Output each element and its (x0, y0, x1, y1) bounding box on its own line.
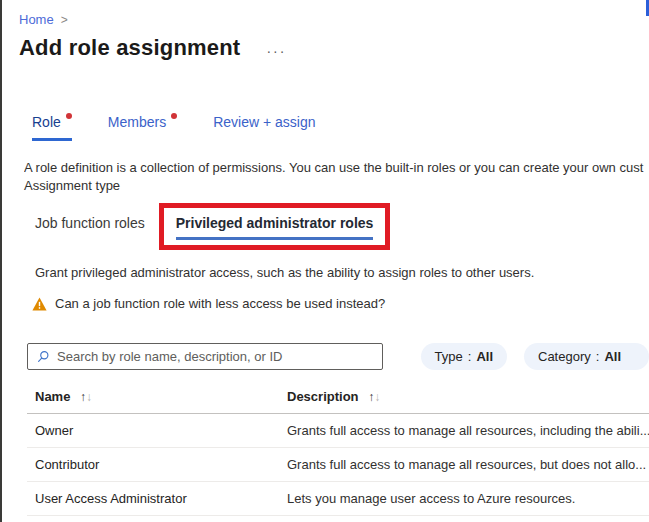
column-header-name[interactable]: Name ↑↓ (35, 389, 287, 404)
tab-members-label: Members (108, 114, 166, 130)
selected-pivot-underline (176, 237, 374, 240)
table-row-contributor[interactable]: Contributor Grants full access to manage… (27, 448, 649, 482)
required-dot (171, 113, 177, 119)
breadcrumb: Home > (19, 12, 649, 27)
tab-review-assign-label: Review + assign (213, 114, 315, 130)
role-description-cell: Grants full access to manage all resourc… (287, 457, 649, 472)
table-row-user-access-administrator[interactable]: User Access Administrator Lets you manag… (27, 482, 649, 516)
type-filter-label: Type (435, 349, 463, 364)
breadcrumb-home-link[interactable]: Home (19, 12, 54, 27)
role-name-cell: Owner (35, 423, 287, 438)
category-filter-value: All (604, 349, 621, 364)
filter-toolbar: Type : All Category : All (27, 343, 649, 370)
table-row-owner[interactable]: Owner Grants full access to manage all r… (27, 414, 649, 448)
search-input[interactable] (57, 349, 374, 364)
sort-desc-icon: ↓ (374, 390, 380, 404)
table-header-row: Name ↑↓ Description ↑↓ (27, 382, 649, 414)
sort-desc-icon: ↓ (86, 390, 92, 404)
type-filter-pill[interactable]: Type : All (421, 343, 507, 370)
privileged-access-note: Grant privileged administrator access, s… (35, 264, 649, 282)
filter-separator: : (468, 349, 472, 364)
roles-table: Name ↑↓ Description ↑↓ Owner Grants full… (27, 382, 649, 516)
assignment-type-pivot: Job function roles Privileged administra… (35, 203, 649, 250)
warning-text: Can a job function role with less access… (55, 296, 385, 311)
role-name-cell: User Access Administrator (35, 491, 287, 506)
warning-banner: Can a job function role with less access… (32, 296, 649, 311)
category-filter-pill[interactable]: Category : All (524, 343, 649, 370)
role-description-cell: Grants full access to manage all resourc… (287, 423, 649, 438)
search-icon (36, 350, 50, 364)
sort-icons: ↑↓ (80, 390, 92, 404)
role-search-box[interactable] (27, 343, 383, 370)
more-options-icon[interactable]: ··· (266, 37, 286, 59)
page-title: Add role assignment (19, 35, 240, 61)
pivot-job-function-roles[interactable]: Job function roles (35, 203, 145, 232)
category-filter-label: Category (538, 349, 591, 364)
pivot-privileged-administrator-roles[interactable]: Privileged administrator roles (176, 214, 374, 232)
type-filter-value: All (476, 349, 493, 364)
tab-role-label: Role (32, 114, 61, 130)
tab-bar: Role Members Review + assign (32, 113, 649, 141)
add-role-assignment-page: { "breadcrumb": { "home": "Home", "separ… (0, 0, 649, 522)
required-dot (66, 113, 72, 119)
sort-icons: ↑↓ (368, 390, 380, 404)
description-header-label: Description (287, 389, 359, 404)
warning-triangle-icon (32, 297, 47, 311)
tab-review-assign[interactable]: Review + assign (213, 113, 315, 141)
annotation-highlight-box: Privileged administrator roles (159, 203, 391, 250)
role-intro: A role definition is a collection of per… (24, 159, 649, 195)
role-name-cell: Contributor (35, 457, 287, 472)
role-definition-text: A role definition is a collection of per… (24, 159, 649, 177)
filter-separator: : (596, 349, 600, 364)
page-header: Add role assignment ··· (19, 35, 649, 61)
tab-members[interactable]: Members (108, 113, 177, 141)
name-header-label: Name (35, 389, 70, 404)
role-description-cell: Lets you manage user access to Azure res… (287, 491, 649, 506)
tab-role[interactable]: Role (32, 113, 72, 141)
assignment-type-label: Assignment type (24, 177, 649, 195)
column-header-description[interactable]: Description ↑↓ (287, 389, 649, 404)
chevron-right-icon: > (61, 13, 68, 27)
